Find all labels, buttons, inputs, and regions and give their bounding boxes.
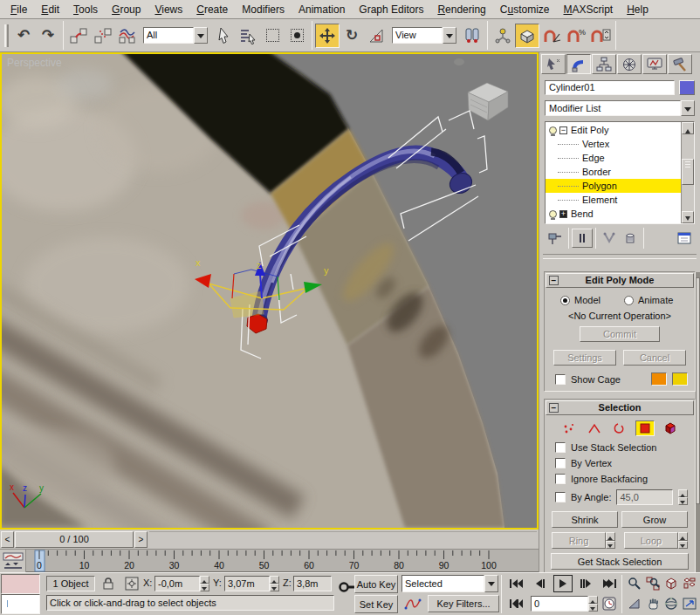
grow-button[interactable]: Grow	[621, 511, 688, 528]
subobject-polygon-icon[interactable]	[635, 420, 655, 436]
show-end-result-icon[interactable]	[572, 229, 593, 248]
subobject-vertex-icon[interactable]	[559, 420, 579, 436]
window-crossing-toggle-icon[interactable]	[285, 24, 309, 48]
tab-hierarchy[interactable]	[592, 54, 616, 74]
auto-key-button[interactable]: Auto Key	[354, 575, 398, 593]
expand-toggle-icon[interactable]: +	[559, 210, 567, 218]
key-filters-button[interactable]: Key Filters...	[428, 595, 499, 612]
menu-rendering[interactable]: Rendering	[430, 2, 492, 17]
next-frame-icon[interactable]	[576, 575, 595, 592]
select-and-manipulate-icon[interactable]	[491, 24, 515, 48]
tab-create[interactable]	[541, 54, 566, 74]
coord-z-field[interactable]: 3,8m	[293, 576, 332, 591]
expand-toggle-icon[interactable]: −	[559, 126, 567, 134]
key-filter-arrow[interactable]	[484, 575, 498, 592]
current-frame-field[interactable]: 0	[531, 596, 588, 612]
previous-frame-arrow-button[interactable]: <	[1, 531, 14, 548]
by-angle-spinner[interactable]	[678, 489, 688, 505]
subobject-element-icon[interactable]	[661, 420, 680, 436]
modifier-on-off-bulb-icon[interactable]	[549, 126, 557, 134]
show-cage-checkbox[interactable]	[555, 374, 566, 385]
select-object-icon[interactable]	[211, 24, 236, 48]
stack-item-edit-poly[interactable]: −Edit Poly	[546, 123, 681, 137]
viewport-label[interactable]: Perspective	[7, 57, 62, 69]
menu-maxscript[interactable]: MAXScript	[557, 2, 621, 17]
pan-icon[interactable]	[643, 595, 662, 612]
tab-display[interactable]	[642, 54, 667, 74]
animate-radio[interactable]	[624, 296, 634, 305]
macro-recorder-mini-listener[interactable]	[1, 574, 40, 594]
stack-item-border[interactable]: Border	[546, 165, 681, 179]
modifier-on-off-bulb-icon[interactable]	[549, 210, 557, 218]
zoom-extents-icon[interactable]	[662, 575, 681, 592]
next-frame-arrow-button[interactable]: >	[134, 531, 148, 548]
coord-x-spinner[interactable]	[200, 576, 209, 591]
stack-item-bend[interactable]: +Bend	[546, 207, 681, 221]
coord-x-field[interactable]: -0,0m	[154, 576, 200, 591]
ring-button[interactable]: Ring	[552, 532, 606, 549]
shrink-button[interactable]: Shrink	[552, 511, 618, 528]
menu-tools[interactable]: Tools	[66, 2, 105, 17]
arc-rotate-icon[interactable]	[662, 595, 681, 612]
field-of-view-icon[interactable]	[625, 595, 644, 612]
stack-item-edge[interactable]: Edge	[546, 151, 681, 165]
min-max-toggle-icon[interactable]	[680, 595, 699, 612]
rectangular-selection-region-icon[interactable]	[260, 24, 285, 48]
select-and-link-icon[interactable]	[66, 24, 91, 48]
menu-edit[interactable]: Edit	[34, 2, 66, 17]
select-by-name-icon[interactable]	[236, 24, 260, 48]
spinner-snap-toggle-icon[interactable]	[588, 24, 613, 48]
coord-y-spinner[interactable]	[270, 576, 279, 591]
time-slider-button[interactable]: 0 / 100	[15, 531, 134, 548]
zoom-icon[interactable]	[625, 575, 644, 592]
scroll-thumb[interactable]	[682, 159, 694, 185]
scroll-down-arrow[interactable]	[682, 211, 694, 223]
object-color-swatch[interactable]	[679, 80, 695, 95]
pin-stack-icon[interactable]	[545, 229, 566, 248]
modifier-list-arrow[interactable]	[681, 100, 695, 116]
ring-spinner[interactable]	[606, 532, 615, 549]
stack-item-vertex[interactable]: Vertex	[546, 137, 681, 151]
viewport-perspective[interactable]: x y z x z y Perspective	[0, 52, 539, 530]
menu-animation[interactable]: Animation	[292, 2, 352, 17]
tab-motion[interactable]	[617, 54, 642, 74]
menu-modifiers[interactable]: Modifiers	[235, 2, 292, 17]
cage-selected-color-swatch[interactable]	[672, 372, 688, 386]
open-mini-curve-editor-button[interactable]	[0, 550, 26, 572]
settings-button[interactable]: Settings	[553, 350, 616, 366]
menu-customize[interactable]: Customize	[493, 2, 557, 17]
scroll-up-arrow[interactable]	[682, 122, 694, 134]
modifier-stack-scrollbar[interactable]	[681, 122, 694, 223]
menu-graph-editors[interactable]: Graph Editors	[352, 2, 430, 17]
select-and-rotate-icon[interactable]: ↻	[340, 24, 364, 48]
zoom-all-icon[interactable]	[643, 575, 662, 592]
reference-coordinate-dropdown[interactable]: View	[392, 27, 456, 44]
stack-item-polygon[interactable]: Polygon	[546, 179, 681, 193]
go-to-start-icon[interactable]	[506, 575, 525, 592]
configure-modifier-sets-icon[interactable]	[674, 229, 695, 248]
reference-coordinate-arrow[interactable]	[443, 27, 456, 44]
subobject-border-icon[interactable]	[610, 420, 629, 436]
tab-modify[interactable]	[566, 54, 591, 74]
unlink-selection-icon[interactable]	[91, 24, 115, 48]
menu-file[interactable]: File	[3, 2, 34, 17]
cage-color-swatch[interactable]	[651, 372, 667, 386]
previous-frame-icon[interactable]	[531, 575, 550, 592]
toolbar-grip[interactable]	[4, 24, 9, 47]
loop-button[interactable]: Loop	[624, 532, 678, 549]
by-angle-checkbox[interactable]	[555, 492, 566, 502]
cancel-button[interactable]: Cancel	[623, 350, 686, 366]
command-panel-scrollbar[interactable]	[696, 272, 700, 572]
use-stack-selection-checkbox[interactable]	[555, 442, 566, 453]
rollout-header-edit-poly-mode[interactable]: − Edit Poly Mode	[546, 273, 694, 288]
time-slider-groove[interactable]	[149, 531, 537, 548]
get-stack-selection-button[interactable]: Get Stack Selection	[551, 553, 689, 570]
set-key-button[interactable]: Set Key	[354, 595, 398, 613]
menu-help[interactable]: Help	[620, 2, 655, 17]
remove-modifier-icon[interactable]	[620, 229, 641, 248]
selection-filter-arrow[interactable]	[194, 27, 208, 44]
select-and-move-icon[interactable]	[315, 24, 340, 48]
play-icon[interactable]	[553, 575, 573, 592]
select-and-uniform-scale-icon[interactable]	[364, 24, 388, 48]
loop-spinner[interactable]	[678, 532, 688, 549]
